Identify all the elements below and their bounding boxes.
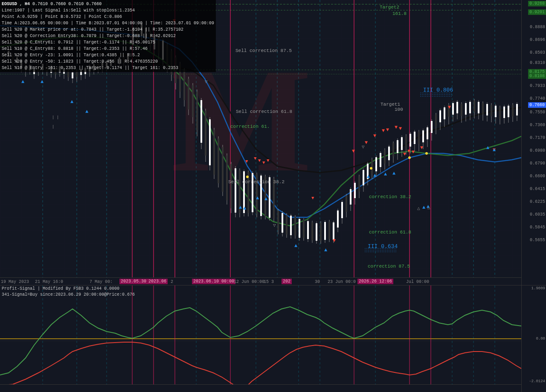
info-line-5: Sell %20 @ C_Entry61: 0.7912 || Target:-… bbox=[2, 39, 214, 46]
red-arrow-11: ▼ bbox=[412, 149, 415, 155]
blue-arrow-10: ▲ bbox=[324, 247, 328, 253]
blue-arrow-17: ▲ bbox=[486, 145, 490, 151]
price-label-8310: 0.8310 bbox=[530, 61, 545, 65]
hollow-arrow-5: △ bbox=[427, 205, 430, 210]
svg-rect-59 bbox=[72, 72, 73, 78]
svg-rect-185 bbox=[341, 202, 343, 218]
svg-rect-217 bbox=[410, 134, 411, 147]
info-line-1: Point A:0.9259 | Point B:0.5732 | Point … bbox=[2, 14, 214, 20]
yellow-dot-3 bbox=[408, 156, 411, 159]
red-arrow-9: ▼ bbox=[403, 151, 407, 157]
time-label-jul: Jul 00:00 bbox=[406, 280, 429, 284]
annotation-1618: 161.8 bbox=[392, 11, 407, 16]
svg-rect-143 bbox=[252, 173, 253, 212]
svg-rect-181 bbox=[333, 222, 334, 240]
svg-rect-201 bbox=[375, 157, 377, 171]
svg-rect-173 bbox=[316, 223, 317, 241]
time-label-0530: 2023.05.30 bbox=[119, 279, 148, 284]
symbol-timeframe: EOSUSD , H4 0.7610 0.7660 0.7610 0.7660 bbox=[2, 1, 214, 7]
yellow-dot-2 bbox=[370, 167, 372, 170]
svg-rect-129 bbox=[222, 147, 224, 192]
price-label-7170: 0.7170 bbox=[530, 135, 545, 140]
time-axis-osc bbox=[0, 384, 521, 392]
price-label-6980: 0.6980 bbox=[530, 148, 545, 153]
svg-rect-261 bbox=[503, 107, 505, 118]
tick-1: | | bbox=[52, 115, 59, 120]
svg-rect-179 bbox=[328, 222, 330, 239]
blue-arrow-15: ▲ bbox=[422, 205, 426, 210]
svg-rect-209 bbox=[392, 143, 394, 156]
svg-rect-215 bbox=[405, 136, 407, 149]
annotation-sell-618: Sell correction 61.8 bbox=[236, 109, 292, 114]
svg-rect-233 bbox=[444, 107, 445, 119]
red-arrow-15: ▼ bbox=[245, 159, 248, 164]
svg-rect-161 bbox=[290, 216, 292, 235]
svg-rect-111 bbox=[183, 70, 185, 100]
info-line-6: Sell %10 @ C_Entry88: 0.8818 || Target:-… bbox=[2, 46, 214, 52]
svg-rect-169 bbox=[307, 221, 309, 239]
svg-rect-187 bbox=[346, 196, 347, 212]
red-arrow-13: ▼ bbox=[448, 104, 451, 110]
osc-price-axis: 1.9009 0.00 -2.0124 bbox=[521, 285, 546, 392]
oscillator-svg: 1.9009 0.00 -2.0124 bbox=[0, 285, 521, 392]
blue-arrow-1: ▲ bbox=[21, 79, 25, 85]
svg-rect-153 bbox=[273, 179, 275, 219]
svg-rect-257 bbox=[495, 106, 497, 117]
info-line-4: Sell %20 @ Correction Entry38: 0.7079 ||… bbox=[2, 33, 214, 39]
blue-arrow-3: ▲ bbox=[70, 99, 74, 105]
red-arrow-18: ▼ bbox=[262, 160, 265, 165]
time-label-30: 30 bbox=[315, 280, 320, 284]
annotation-sell-382: Sell correction 38.2 bbox=[228, 179, 285, 184]
annotation-634: III 0.634 bbox=[368, 243, 398, 250]
info-line-0: Line:1907 | Last Signal is:Sell with sto… bbox=[2, 7, 214, 14]
info-line-3: Sell %20 @ Market price or at: 0.7843 ||… bbox=[2, 26, 214, 33]
annotation-corr-618: correction 61.8 bbox=[369, 230, 411, 235]
annotation-806: III 0.806 bbox=[423, 87, 453, 93]
time-label-june: 2023.06 bbox=[147, 279, 168, 284]
svg-rect-191 bbox=[354, 183, 356, 198]
svg-rect-205 bbox=[384, 150, 386, 164]
price-label-5845: 0.5845 bbox=[530, 225, 545, 230]
annotation-target1: Target1 bbox=[380, 102, 401, 107]
blue-arrow-9: ▲ bbox=[294, 243, 298, 249]
hollow-arrow-3: ▽ bbox=[362, 144, 365, 150]
svg-rect-127 bbox=[218, 138, 219, 183]
svg-rect-239 bbox=[456, 102, 458, 113]
red-arrow-10: ▼ bbox=[407, 148, 411, 154]
svg-rect-203 bbox=[380, 153, 381, 167]
hollow-arrow-4: △ bbox=[417, 206, 420, 211]
svg-rect-125 bbox=[213, 130, 215, 175]
svg-rect-227 bbox=[431, 121, 433, 133]
info-line-2: Time A:2023.06.05 00:00:00 | Time B:2023… bbox=[2, 20, 214, 26]
price-label-6225: 0.6225 bbox=[530, 199, 545, 204]
annotation-100: 100 bbox=[395, 107, 403, 112]
svg-rect-167 bbox=[303, 220, 305, 238]
blue-arrow-14: ▲ bbox=[392, 170, 396, 176]
svg-rect-177 bbox=[324, 222, 326, 240]
price-label-9201: 0.9201 bbox=[528, 9, 546, 15]
svg-rect-141 bbox=[247, 172, 249, 213]
svg-rect-213 bbox=[401, 137, 403, 150]
red-arrow-3: ▼ bbox=[365, 140, 368, 146]
svg-rect-113 bbox=[188, 79, 189, 110]
chart-container: EOSUSD , H4 0.7610 0.7660 0.7610 0.7660 … bbox=[0, 0, 546, 392]
info-panel: EOSUSD , H4 0.7610 0.7660 0.7610 0.7660 … bbox=[0, 0, 216, 72]
osc-price-high: 1.9009 bbox=[531, 286, 545, 291]
time-label-202: 202 bbox=[282, 279, 292, 284]
price-label-6415: 0.6415 bbox=[530, 187, 545, 191]
svg-rect-249 bbox=[478, 102, 479, 113]
price-label-7360: 0.7360 bbox=[530, 123, 545, 127]
price-label-8108: 0.8108 bbox=[528, 73, 546, 79]
svg-rect-115 bbox=[192, 85, 194, 117]
price-label-8503: 0.8503 bbox=[530, 50, 545, 55]
time-label-jun23: 23 Jun 00:0 bbox=[328, 280, 356, 284]
price-label-6035: 0.6035 bbox=[530, 212, 545, 217]
svg-rect-259 bbox=[499, 107, 501, 119]
svg-rect-117 bbox=[196, 92, 198, 130]
svg-rect-223 bbox=[422, 130, 424, 142]
osc-title: Profit-Signal | Modified By FSB3 0.1244 … bbox=[2, 286, 119, 291]
osc-price-low: -2.0124 bbox=[529, 379, 545, 383]
time-label-jun12: 12 Jun 00:00 bbox=[234, 280, 264, 284]
annotation-corr-875: correction 87.5 bbox=[368, 264, 410, 269]
price-label-7550: 0.7550 bbox=[530, 110, 545, 115]
